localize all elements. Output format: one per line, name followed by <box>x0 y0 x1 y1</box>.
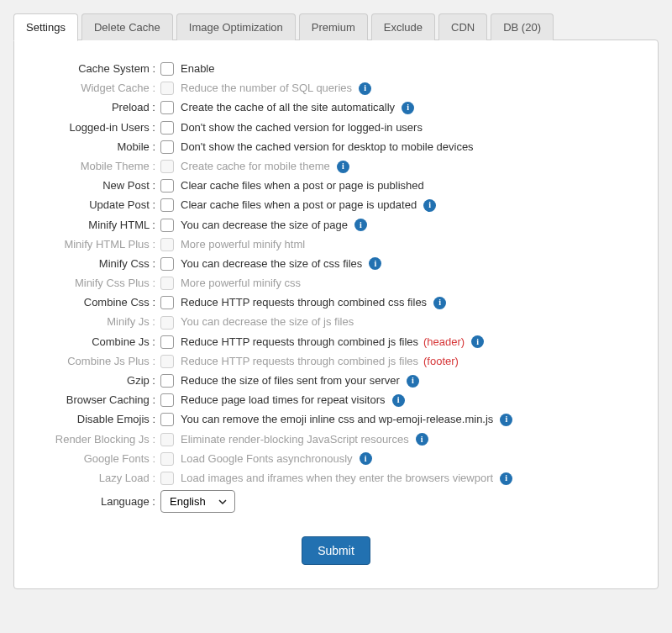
badge-combine-js: (header) <box>423 335 465 350</box>
info-icon-disable-emojis[interactable]: i <box>500 414 512 426</box>
checkbox-gzip[interactable] <box>160 374 174 388</box>
settings-panel: Cache System :EnableWidget Cache :Reduce… <box>13 40 659 589</box>
desc-combine-js: Reduce HTTP requests through combined js… <box>181 335 418 350</box>
row-minify-js: Minify Js :You can decrease the size of … <box>34 314 638 330</box>
language-select[interactable]: English <box>160 490 235 513</box>
checkbox-minify-css[interactable] <box>160 257 174 271</box>
checkbox-disable-emojis[interactable] <box>160 413 174 426</box>
tab-db[interactable]: DB (20) <box>491 13 554 40</box>
row-update-post: Update Post :Clear cache files when a po… <box>34 198 638 213</box>
checkbox-logged-in-users[interactable] <box>160 121 174 135</box>
label-combine-css: Combine Css : <box>34 295 160 310</box>
desc-minify-html-plus: More powerful minify html <box>181 237 305 252</box>
label-mobile-theme: Mobile Theme : <box>34 159 160 174</box>
info-icon-widget-cache[interactable]: i <box>359 82 371 95</box>
desc-disable-emojis: You can remove the emoji inline css and … <box>181 412 493 427</box>
desc-minify-html: You can decrease the size of page <box>181 218 348 233</box>
info-icon-render-blocking-js[interactable]: i <box>416 433 428 446</box>
label-combine-js: Combine Js : <box>34 335 160 350</box>
tab-image-opt[interactable]: Image Optimization <box>176 13 296 40</box>
info-icon-minify-html[interactable]: i <box>354 219 367 231</box>
row-minify-css: Minify Css :You can decrease the size of… <box>34 256 638 272</box>
label-logged-in-users: Logged-in Users : <box>34 120 160 135</box>
row-new-post: New Post :Clear cache files when a post … <box>34 178 638 193</box>
desc-mobile-theme: Create cache for mobile theme <box>181 159 330 174</box>
row-browser-caching: Browser Caching :Reduce page load times … <box>34 393 638 408</box>
row-google-fonts: Google Fonts :Load Google Fonts asynchro… <box>34 451 638 467</box>
tab-cdn[interactable]: CDN <box>438 13 487 40</box>
checkbox-browser-caching[interactable] <box>160 393 174 407</box>
row-gzip: Gzip :Reduce the size of files sent from… <box>34 373 638 388</box>
row-cache-system: Cache System :Enable <box>34 61 638 76</box>
row-minify-html: Minify HTML :You can decrease the size o… <box>34 218 638 233</box>
tab-delete-cache[interactable]: Delete Cache <box>81 13 173 40</box>
desc-update-post: Clear cache files when a post or page is… <box>181 198 417 213</box>
row-preload: Preload :Create the cache of all the sit… <box>34 100 638 115</box>
label-minify-css: Minify Css : <box>34 256 160 272</box>
info-icon-browser-caching[interactable]: i <box>392 394 405 407</box>
info-icon-combine-css[interactable]: i <box>433 297 446 309</box>
checkbox-update-post[interactable] <box>160 198 174 212</box>
desc-minify-css-plus: More powerful minify css <box>181 276 301 291</box>
checkbox-minify-html-plus <box>160 238 174 251</box>
label-browser-caching: Browser Caching : <box>34 393 160 408</box>
tab-premium[interactable]: Premium <box>299 13 368 40</box>
badge-combine-js-plus: (footer) <box>423 354 459 369</box>
info-icon-mobile-theme[interactable]: i <box>337 161 349 173</box>
row-widget-cache: Widget Cache :Reduce the number of SQL q… <box>34 81 638 96</box>
row-language: Language : English <box>34 490 638 513</box>
checkbox-minify-js <box>160 316 174 330</box>
desc-preload: Create the cache of all the site automat… <box>181 100 395 115</box>
desc-combine-css: Reduce HTTP requests through combined cs… <box>181 295 427 310</box>
submit-row: Submit <box>34 536 638 565</box>
info-icon-gzip[interactable]: i <box>407 375 419 388</box>
desc-new-post: Clear cache files when a post or page is… <box>181 178 424 193</box>
checkbox-combine-js-plus <box>160 355 174 368</box>
checkbox-combine-js[interactable] <box>160 335 174 349</box>
info-icon-minify-css[interactable]: i <box>369 257 381 270</box>
desc-combine-js-plus: Reduce HTTP requests through combined js… <box>181 354 418 369</box>
checkbox-combine-css[interactable] <box>160 296 174 309</box>
checkbox-cache-system[interactable] <box>160 62 174 76</box>
info-icon-lazy-load[interactable]: i <box>500 472 512 485</box>
label-minify-html: Minify HTML : <box>34 218 160 233</box>
label-mobile: Mobile : <box>34 140 160 155</box>
label-widget-cache: Widget Cache : <box>34 81 160 96</box>
checkbox-preload[interactable] <box>160 101 174 114</box>
label-lazy-load: Lazy Load : <box>34 471 160 486</box>
tab-exclude[interactable]: Exclude <box>371 13 435 40</box>
row-render-blocking-js: Render Blocking Js :Eliminate render-blo… <box>34 432 638 447</box>
checkbox-new-post[interactable] <box>160 179 174 193</box>
desc-minify-js: You can decrease the size of js files <box>181 314 354 330</box>
label-language: Language : <box>34 494 160 509</box>
label-google-fonts: Google Fonts : <box>34 451 160 467</box>
label-new-post: New Post : <box>34 178 160 193</box>
info-icon-combine-js[interactable]: i <box>471 335 484 348</box>
label-combine-js-plus: Combine Js Plus : <box>34 354 160 369</box>
row-logged-in-users: Logged-in Users :Don't show the cached v… <box>34 120 638 135</box>
checkbox-mobile[interactable] <box>160 140 174 154</box>
row-lazy-load: Lazy Load :Load images and iframes when … <box>34 471 638 486</box>
info-icon-preload[interactable]: i <box>402 102 414 114</box>
desc-browser-caching: Reduce page load times for repeat visito… <box>181 393 386 408</box>
checkbox-mobile-theme <box>160 160 174 173</box>
desc-google-fonts: Load Google Fonts asynchronously <box>181 451 353 467</box>
label-minify-css-plus: Minify Css Plus : <box>34 276 160 291</box>
label-update-post: Update Post : <box>34 198 160 213</box>
label-preload: Preload : <box>34 100 160 115</box>
row-combine-js: Combine Js :Reduce HTTP requests through… <box>34 335 638 350</box>
language-select-wrap: English <box>160 490 235 513</box>
submit-button[interactable]: Submit <box>302 536 370 565</box>
label-minify-js: Minify Js : <box>34 314 160 330</box>
checkbox-minify-html[interactable] <box>160 219 174 232</box>
tab-settings[interactable]: Settings <box>13 13 78 41</box>
checkbox-minify-css-plus <box>160 277 174 290</box>
row-mobile: Mobile :Don't show the cached version fo… <box>34 140 638 155</box>
info-icon-update-post[interactable]: i <box>423 199 436 212</box>
desc-mobile: Don't show the cached version for deskto… <box>181 140 474 155</box>
desc-lazy-load: Load images and iframes when they enter … <box>181 471 493 486</box>
row-minify-html-plus: Minify HTML Plus :More powerful minify h… <box>34 237 638 252</box>
row-combine-js-plus: Combine Js Plus :Reduce HTTP requests th… <box>34 354 638 369</box>
checkbox-widget-cache <box>160 82 174 95</box>
info-icon-google-fonts[interactable]: i <box>360 452 372 465</box>
